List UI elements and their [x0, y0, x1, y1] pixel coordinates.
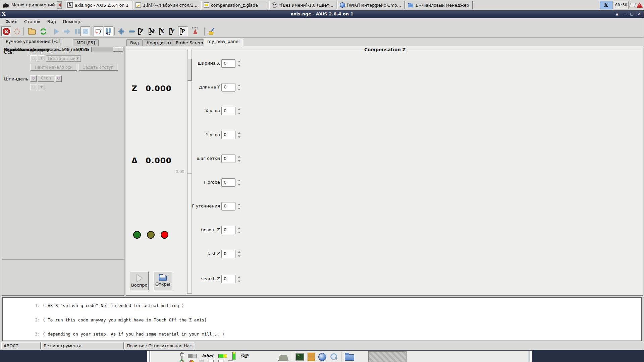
home-axis-button[interactable]: Найти начало оси [30, 64, 77, 71]
spinner-arrows-icon[interactable] [237, 155, 241, 163]
field-spinbox[interactable]: 0 [221, 131, 235, 139]
jog-mode-combobox[interactable]: Постоянный ▼ [46, 55, 81, 62]
taskbar-window-button[interactable]: axis.ngc - AXIS 2.6.4 on 1 [65, 1, 132, 9]
palette-progress-icon[interactable] [218, 354, 227, 358]
palette-box-icon[interactable] [218, 360, 223, 362]
field-spinbox[interactable]: 0 [221, 155, 235, 163]
spindle-slower-button[interactable]: - [30, 84, 37, 90]
field-spinbox[interactable]: 0 [221, 202, 235, 210]
taskbar-window-button[interactable]: 1.ini (~/Рабочий стол/1... [133, 1, 200, 9]
tab-preview[interactable]: Вид [126, 39, 143, 46]
toggle-skip-lines-button[interactable]: /↳ [94, 26, 103, 36]
reload-button[interactable] [38, 26, 48, 36]
run-step-button[interactable] [62, 26, 72, 36]
field-spinbox[interactable]: 0 [221, 250, 235, 258]
estop-button[interactable] [1, 26, 11, 36]
tray-clock[interactable]: 00:50 [614, 1, 629, 9]
gcode-line[interactable]: 1:( AXIS "splash g-code" Not intended fo… [5, 299, 641, 313]
spinner-arrows-icon[interactable] [237, 250, 241, 258]
spinner-arrows-icon[interactable] [237, 131, 241, 139]
tab-manual-control[interactable]: Ручное управление [F3] [2, 38, 64, 46]
terminal-icon[interactable]: >_ [296, 353, 304, 361]
spindle-cw-button[interactable]: ↻ [55, 75, 62, 82]
browser-globe-icon[interactable] [318, 353, 326, 361]
spindle-faster-button[interactable]: + [38, 84, 45, 90]
spinner-arrows-icon[interactable] [237, 108, 241, 115]
view-y-button[interactable]: Y [168, 26, 177, 36]
jog-minus-button[interactable]: - [30, 55, 37, 61]
file-cabinet-icon[interactable] [308, 353, 315, 361]
desktop-icon[interactable] [278, 355, 288, 361]
tray-warning-icon[interactable] [637, 2, 643, 8]
minimize-button[interactable]: − [622, 11, 627, 16]
slider-thumb[interactable] [113, 47, 123, 52]
tab-mdi[interactable]: MDI [F5] [73, 39, 99, 46]
optional-pause-button[interactable]: M1 [104, 26, 113, 36]
menu-item[interactable]: Станок [21, 19, 44, 24]
palette-vslider-icon[interactable] [181, 352, 182, 360]
tray-x-server-icon[interactable]: X [600, 1, 612, 9]
titlebar[interactable]: X axis.ngc - AXIS 2.6.4 on 1 ▲ − ▢ ✕ [0, 10, 644, 18]
field-spinbox[interactable]: 0 [221, 178, 235, 187]
spinner-arrows-icon[interactable] [237, 60, 241, 67]
zoom-in-button[interactable] [116, 26, 126, 36]
launcher-separator [341, 352, 341, 361]
palette-gauge-icon[interactable] [179, 360, 184, 362]
jog-plus-button[interactable]: + [38, 55, 45, 61]
taskbar-window-button[interactable]: [WIKI] Интерфейс Gmo... [337, 1, 405, 9]
view-x-button[interactable]: X [157, 26, 167, 36]
view-z2-button[interactable]: N [147, 26, 157, 36]
rotate-view-button[interactable] [190, 26, 200, 36]
view-z-button[interactable]: Z [137, 26, 146, 36]
machine-power-button[interactable] [12, 26, 22, 36]
palette-pie-icon[interactable] [189, 360, 194, 362]
palette-table-icon[interactable] [199, 360, 204, 362]
shade-button[interactable]: ▲ [614, 11, 620, 16]
view-p-button[interactable]: P [178, 26, 188, 36]
stop-button[interactable] [80, 26, 90, 36]
field-spinbox[interactable]: 0 [221, 107, 235, 115]
search-magnifier-icon[interactable] [330, 353, 338, 361]
taskbar-window-button[interactable]: *[Без имени]-1.0 (Цвет... [269, 1, 336, 9]
slider-track[interactable] [91, 47, 124, 52]
field-spinbox[interactable]: 0 [221, 226, 235, 234]
spindle-ccw-button[interactable]: ↺ [30, 75, 37, 82]
glade-palette-window[interactable]: label ⎘P >_ [150, 351, 529, 362]
palette-p-icon[interactable]: ⎘P [241, 353, 249, 359]
field-spinbox[interactable]: 0 [221, 83, 235, 92]
palette-box-icon[interactable] [209, 360, 214, 362]
spinner-arrows-icon[interactable] [237, 227, 241, 234]
applications-menu-button[interactable]: Меню приложений [1, 1, 58, 9]
menu-item[interactable]: Файл [2, 19, 20, 24]
tray-eraser-icon[interactable] [629, 3, 636, 7]
spindle-stop-button[interactable]: Стоп [38, 75, 54, 82]
spinner-arrows-icon[interactable] [237, 179, 241, 186]
menu-item[interactable]: Помощь [60, 19, 84, 24]
run-button[interactable] [52, 26, 61, 36]
spinner-arrows-icon[interactable] [237, 203, 241, 210]
tab-probe-screen[interactable]: Probe Screen [172, 39, 208, 46]
folder-launcher-icon[interactable] [345, 354, 354, 361]
zoom-out-button[interactable] [127, 26, 137, 36]
field-spinbox[interactable]: 0 [221, 275, 235, 283]
clear-plot-button[interactable] [207, 26, 217, 36]
set-offset-button[interactable]: Задать отступ [78, 64, 118, 71]
maximize-button[interactable]: ▢ [629, 11, 634, 16]
gcode-line[interactable]: 2:( To run this code anyway you might ha… [5, 313, 641, 327]
spinner-arrows-icon[interactable] [237, 84, 241, 91]
field-spinbox[interactable]: 0 [221, 59, 235, 68]
close-button[interactable]: ✕ [637, 11, 642, 16]
palette-toggle-icon[interactable] [188, 354, 197, 358]
menu-item[interactable]: Вид [44, 19, 59, 24]
taskbar-window-button[interactable]: 1 - Файловый менеджер [406, 1, 473, 9]
palette-list-icon[interactable] [228, 360, 233, 362]
gcode-listing[interactable]: 1:( AXIS "splash g-code" Not intended fo… [2, 297, 642, 341]
open-file-button[interactable] [27, 26, 37, 36]
tab-my-new-panel[interactable]: my_new_panel [204, 38, 243, 46]
spinner-arrows-icon[interactable] [237, 276, 241, 283]
palette-label-item[interactable]: label [202, 354, 213, 358]
gcode-line[interactable]: 3:( depending on your setup. As if you h… [5, 327, 641, 341]
taskbar-window-button[interactable]: compensation_z.glade [201, 1, 268, 9]
panel-hide-button[interactable] [57, 1, 62, 9]
palette-vbar-icon[interactable] [232, 352, 235, 360]
